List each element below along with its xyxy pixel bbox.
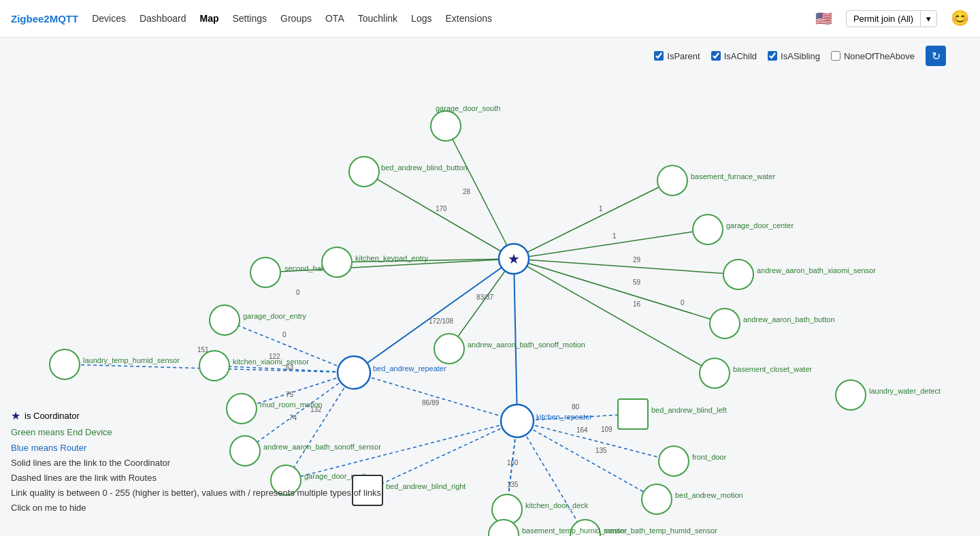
legend-star-icon: ★ xyxy=(11,407,20,425)
node-kitchen-xiaomi-sensor[interactable] xyxy=(199,351,229,381)
nav-logs[interactable]: Logs xyxy=(411,13,431,24)
svg-text:bed_andrew_blind_left: bed_andrew_blind_left xyxy=(651,406,727,414)
svg-text:basement_closet_water: basement_closet_water xyxy=(733,365,813,373)
permit-join-label: Permit join (All) xyxy=(847,11,920,27)
svg-text:80: 80 xyxy=(572,403,580,411)
node-laundry-temp-humid-sensor[interactable] xyxy=(50,349,80,379)
emoji-button[interactable]: 😊 xyxy=(951,10,969,27)
svg-text:kitchen_xiaomi_sensor: kitchen_xiaomi_sensor xyxy=(233,358,309,366)
svg-text:★: ★ xyxy=(508,251,520,266)
svg-text:bed_andrew_repeater: bed_andrew_repeater xyxy=(373,364,446,373)
svg-text:1: 1 xyxy=(599,205,603,212)
svg-line-8 xyxy=(514,259,738,274)
legend-coordinator-label: is Coordinator xyxy=(24,409,80,424)
node-kitchen-keypad-entry[interactable] xyxy=(322,247,352,277)
permit-join-button[interactable]: Permit join (All) ▾ xyxy=(846,10,937,27)
node-bed-andrew-repeater[interactable] xyxy=(338,356,370,389)
nav-touchlink[interactable]: Touchlink xyxy=(358,13,397,24)
node-second-hall-motion[interactable] xyxy=(250,257,280,287)
node-andrew-aaron-bath-xiaomi-sensor[interactable] xyxy=(723,259,753,289)
svg-text:164: 164 xyxy=(576,426,588,434)
svg-text:kitchen_door_deck: kitchen_door_deck xyxy=(525,501,589,509)
nav-ota[interactable]: OTA xyxy=(325,13,344,24)
svg-text:59: 59 xyxy=(633,279,641,286)
svg-text:bed_andrew_blind_button: bed_andrew_blind_button xyxy=(381,163,468,172)
legend-green-row: Green means End Device xyxy=(11,425,381,440)
svg-text:135: 135 xyxy=(595,447,607,454)
nav-settings[interactable]: Settings xyxy=(232,13,267,24)
node-bed-andrew-blind-left[interactable] xyxy=(618,399,648,429)
svg-text:garage_door_entry: garage_door_entry xyxy=(243,312,306,320)
svg-text:kitchen_repeater: kitchen_repeater xyxy=(536,413,592,421)
svg-text:0: 0 xyxy=(681,299,685,306)
svg-text:16: 16 xyxy=(633,300,641,308)
legend-dashed-row: Dashed lines are the link with Routes xyxy=(11,471,381,486)
svg-text:0: 0 xyxy=(282,331,287,338)
svg-text:basement_temp_humid_sensor: basement_temp_humid_sensor xyxy=(522,526,627,535)
legend-coordinator-row: ★ is Coordinator xyxy=(11,407,381,425)
svg-text:garage_door_south: garage_door_south xyxy=(436,104,500,112)
legend-blue-row: Blue means Router xyxy=(11,441,381,456)
nav-dashboard[interactable]: Dashboard xyxy=(140,13,186,24)
node-garage-door-center[interactable] xyxy=(693,215,723,245)
svg-line-37 xyxy=(368,421,517,490)
node-garage-door-entry[interactable] xyxy=(210,305,240,335)
legend-solid-row: Solid lines are the link to the Coordina… xyxy=(11,456,381,471)
svg-text:laundry_water_detect: laundry_water_detect xyxy=(869,387,941,395)
svg-text:172/108: 172/108 xyxy=(429,317,454,325)
node-basement-furnace-water[interactable] xyxy=(657,165,687,195)
svg-text:75: 75 xyxy=(286,391,294,398)
svg-line-10 xyxy=(514,259,725,324)
brand-logo[interactable]: Zigbee2MQTT xyxy=(11,13,78,25)
flag-icon: 🇺🇸 xyxy=(815,10,832,27)
nav-devices[interactable]: Devices xyxy=(92,13,126,24)
node-bed-andrew-blind-button[interactable] xyxy=(349,157,379,187)
svg-text:andrew_aaron_bath_button: andrew_aaron_bath_button xyxy=(743,315,835,324)
svg-text:basement_furnace_water: basement_furnace_water xyxy=(691,172,775,180)
node-andrew-aaron-bath-button[interactable] xyxy=(710,309,740,338)
svg-text:29: 29 xyxy=(633,256,641,264)
svg-text:1: 1 xyxy=(612,232,617,240)
svg-text:86/89: 86/89 xyxy=(422,399,439,407)
node-laundry-water-detect[interactable] xyxy=(836,380,866,410)
nav-map[interactable]: Map xyxy=(199,13,218,24)
nav-groups[interactable]: Groups xyxy=(280,13,312,24)
permit-join-arrow[interactable]: ▾ xyxy=(920,11,936,27)
svg-text:front_door: front_door xyxy=(692,453,726,461)
legend: ★ is Coordinator Green means End Device … xyxy=(11,407,381,516)
svg-text:63: 63 xyxy=(286,364,294,371)
node-bed-andrew-motion[interactable] xyxy=(642,484,672,514)
svg-text:garage_door_center: garage_door_center xyxy=(726,221,794,230)
svg-text:laundry_temp_humid_sensor: laundry_temp_humid_sensor xyxy=(83,356,180,364)
legend-click-row: Click on me to hide xyxy=(11,501,381,516)
svg-text:andrew_aaron_bath_sonoff_motio: andrew_aaron_bath_sonoff_motion xyxy=(468,341,585,349)
svg-line-42 xyxy=(517,421,585,535)
node-basement-closet-water[interactable] xyxy=(700,358,730,388)
svg-line-21 xyxy=(514,259,517,421)
legend-quality-row: Link quality is between 0 - 255 (higher … xyxy=(11,486,381,501)
svg-text:135: 135 xyxy=(507,481,519,488)
svg-line-45 xyxy=(517,421,674,461)
svg-text:28: 28 xyxy=(463,188,471,195)
map-container: IsParent IsAChild IsASibling NoneOfTheAb… xyxy=(0,37,980,536)
node-front-door[interactable] xyxy=(659,446,689,476)
svg-text:andrew_aaron_bath_xiaomi_senso: andrew_aaron_bath_xiaomi_sensor xyxy=(757,266,876,274)
svg-line-19 xyxy=(354,259,514,373)
svg-text:109: 109 xyxy=(601,426,612,433)
svg-text:83/37: 83/37 xyxy=(476,294,493,301)
svg-text:0: 0 xyxy=(296,289,300,296)
svg-text:170: 170 xyxy=(436,205,447,212)
svg-text:kitchen_keypad_entry: kitchen_keypad_entry xyxy=(355,254,429,262)
node-andrew-aaron-bath-sonoff-motion[interactable] xyxy=(434,334,464,364)
svg-text:bed_andrew_motion: bed_andrew_motion xyxy=(675,491,743,499)
svg-line-17 xyxy=(514,259,715,373)
svg-text:bed_andrew_blind_right: bed_andrew_blind_right xyxy=(386,482,466,490)
svg-line-15 xyxy=(449,259,514,349)
nav-extensions[interactable]: Extensions xyxy=(445,13,491,24)
node-kitchen-repeater[interactable] xyxy=(501,405,534,437)
